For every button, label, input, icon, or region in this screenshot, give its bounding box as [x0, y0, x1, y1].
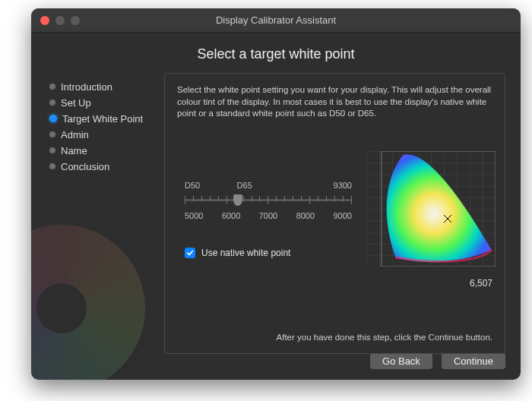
bullet-icon — [49, 84, 55, 90]
page-title: Select a target white point — [31, 46, 521, 62]
use-native-white-point-row[interactable]: Use native white point — [185, 247, 290, 259]
slider-bottom-labels: 5000 6000 7000 8000 9000 — [185, 210, 352, 222]
footer-buttons: Go Back Continue — [370, 352, 505, 369]
bullet-icon — [49, 131, 55, 137]
close-icon[interactable] — [40, 16, 49, 25]
tick-5000: 5000 — [185, 210, 203, 222]
cie-gamut-diagram — [366, 151, 496, 267]
sidebar-item-label: Name — [61, 145, 87, 156]
titlebar: Display Calibrator Assistant — [31, 8, 521, 33]
instruction-hint: After you have done this step, click the… — [277, 332, 492, 344]
sidebar-item-label: Set Up — [61, 97, 91, 109]
window-controls — [40, 16, 80, 25]
description-text: Select the white point setting you want … — [177, 84, 492, 120]
bullet-icon — [49, 99, 55, 106]
bullet-icon — [49, 147, 55, 153]
continue-button[interactable]: Continue — [442, 352, 505, 369]
step-sidebar: Introduction Set Up Target White Point A… — [31, 73, 164, 354]
window-title: Display Calibrator Assistant — [31, 14, 521, 26]
sidebar-item-name: Name — [49, 143, 164, 158]
sidebar-item-target-white-point: Target White Point — [49, 111, 164, 126]
sidebar-item-conclusion: Conclusion — [49, 159, 164, 174]
sidebar-item-admin: Admin — [49, 127, 164, 142]
sidebar-item-introduction: Introduction — [49, 79, 164, 94]
go-back-button[interactable]: Go Back — [370, 352, 432, 369]
sidebar-item-label: Introduction — [61, 81, 112, 93]
sidebar-item-label: Conclusion — [61, 161, 109, 172]
slider-thumb[interactable] — [233, 194, 242, 206]
minimize-icon — [55, 16, 65, 25]
sidebar-item-label: Target White Point — [62, 113, 143, 125]
white-point-slider-area: D50 D65 9300 5000 6000 — [185, 180, 352, 222]
bullet-icon — [49, 115, 57, 122]
slider-label-d65: D65 — [231, 180, 275, 191]
tick-6000: 6000 — [222, 210, 240, 222]
sidebar-item-label: Admin — [61, 129, 89, 141]
content-pane: Select the white point setting you want … — [164, 73, 505, 354]
slider-label-9300: 9300 — [275, 180, 352, 191]
tick-8000: 8000 — [296, 210, 315, 222]
tick-7000: 7000 — [259, 210, 277, 222]
slider-top-labels: D50 D65 9300 — [185, 180, 352, 191]
checkbox-label: Use native white point — [201, 247, 290, 259]
bullet-icon — [49, 163, 55, 169]
app-window: Display Calibrator Assistant Select a ta… — [31, 8, 521, 380]
zoom-icon — [71, 16, 80, 25]
slider-label-d50: D50 — [185, 180, 231, 191]
tick-9000: 9000 — [334, 210, 352, 222]
sidebar-item-setup: Set Up — [49, 95, 164, 110]
white-point-readout: 6,507 — [470, 277, 492, 289]
white-point-slider[interactable] — [185, 199, 352, 201]
checkbox-checked-icon[interactable] — [185, 248, 195, 258]
